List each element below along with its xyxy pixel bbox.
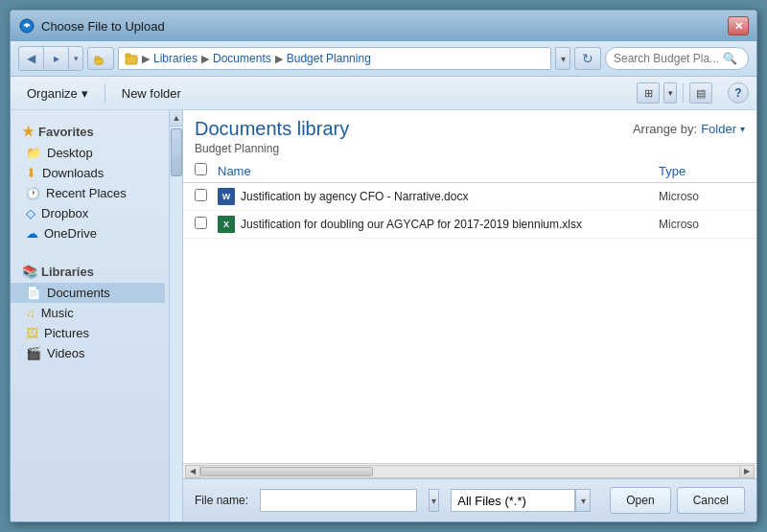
cancel-button[interactable]: Cancel bbox=[677, 487, 745, 514]
arrange-bar: Arrange by: Folder ▾ bbox=[633, 122, 745, 136]
table-row[interactable]: W Justification by agency CFO - Narrativ… bbox=[183, 183, 756, 211]
open-button[interactable]: Open bbox=[610, 487, 670, 514]
filetype-container: All Files (*.*) ▾ bbox=[451, 489, 591, 512]
title-bar-buttons: ✕ bbox=[728, 16, 749, 35]
arrange-label: Arrange by: bbox=[633, 122, 697, 136]
documents-icon: 📄 bbox=[26, 286, 41, 300]
address-dropdown[interactable]: ▾ bbox=[555, 47, 570, 70]
sidebar-item-pictures[interactable]: 🖼 Pictures bbox=[11, 323, 165, 343]
libraries-header: 📚 Libraries bbox=[11, 263, 165, 283]
main-content: ▲ ★ Favorites 📁 Desktop ⬇ Downloads 🕐 bbox=[11, 110, 756, 521]
toolbar-separator2 bbox=[683, 83, 684, 103]
file-header: Documents library Budget Planning Arrang… bbox=[183, 110, 756, 159]
toolbar: Organize ▾ New folder ⊞ ▾ ▤ ? bbox=[11, 77, 756, 110]
scroll-left-arrow[interactable]: ◀ bbox=[185, 465, 200, 478]
file2-name: Justification for doubling our AGYCAP fo… bbox=[241, 218, 659, 231]
libraries-section: 📚 Libraries 📄 Documents ♫ Music 🖼 Pictur… bbox=[11, 259, 182, 367]
path-budget: Budget Planning bbox=[287, 52, 371, 65]
filename-dropdown[interactable]: ▾ bbox=[429, 489, 439, 512]
col-type-header[interactable]: Type bbox=[659, 164, 745, 178]
sidebar-item-documents[interactable]: 📄 Documents bbox=[11, 283, 165, 303]
title-bar: Choose File to Upload ✕ bbox=[11, 11, 756, 41]
refresh-button[interactable]: ↻ bbox=[574, 47, 601, 70]
col-name-header[interactable]: Name bbox=[218, 164, 659, 178]
scroll-right-arrow[interactable]: ▶ bbox=[739, 465, 755, 478]
bottom-bar: File name: ▾ All Files (*.*) ▾ Open Canc… bbox=[183, 478, 756, 521]
scroll-thumb[interactable] bbox=[200, 467, 373, 476]
favorites-star-icon: ★ bbox=[22, 124, 35, 139]
sidebar-item-music[interactable]: ♫ Music bbox=[11, 303, 165, 323]
sidebar-item-videos[interactable]: 🎬 Videos bbox=[11, 343, 165, 363]
address-bar: ◀ ▸ ▾ ▶ Libraries ▶ Documents ▶ Budget P… bbox=[11, 41, 756, 77]
favorites-section: ★ Favorites 📁 Desktop ⬇ Downloads 🕐 Rece… bbox=[11, 118, 182, 247]
dropbox-icon: ◇ bbox=[26, 206, 35, 220]
sidebar-item-recent[interactable]: 🕐 Recent Places bbox=[11, 183, 165, 203]
scroll-up-arrow[interactable]: ▲ bbox=[170, 110, 183, 127]
recent-icon: 🕐 bbox=[26, 187, 40, 200]
up-button[interactable] bbox=[87, 47, 114, 70]
view-button-list[interactable]: ▤ bbox=[689, 82, 712, 104]
path-documents: Documents bbox=[213, 52, 271, 65]
sidebar-item-downloads[interactable]: ⬇ Downloads bbox=[11, 163, 165, 183]
filetype-dropdown[interactable]: ▾ bbox=[575, 489, 591, 512]
back-button[interactable]: ◀ bbox=[19, 47, 44, 70]
arrange-dropdown-icon[interactable]: ▾ bbox=[740, 124, 745, 134]
library-icon: 📚 bbox=[22, 265, 37, 279]
arrange-by-button[interactable]: Folder bbox=[701, 122, 736, 136]
toolbar-right: ⊞ ▾ ▤ ? bbox=[637, 82, 749, 104]
svg-point-1 bbox=[26, 25, 29, 28]
action-buttons: Open Cancel bbox=[610, 487, 745, 514]
sidebar-item-desktop[interactable]: 📁 Desktop bbox=[11, 143, 165, 163]
excel-icon: X bbox=[218, 216, 235, 233]
new-folder-button[interactable]: New folder bbox=[113, 81, 190, 105]
sidebar-item-onedrive[interactable]: ☁ OneDrive bbox=[11, 223, 165, 243]
file-area-wrapper: Documents library Budget Planning Arrang… bbox=[183, 110, 756, 521]
close-button[interactable]: ✕ bbox=[728, 16, 749, 35]
toolbar-separator bbox=[105, 83, 105, 103]
dialog-title: Choose File to Upload bbox=[41, 19, 728, 34]
file1-type: Microso bbox=[659, 190, 745, 203]
desktop-icon: 📁 bbox=[26, 146, 41, 160]
downloads-icon: ⬇ bbox=[26, 166, 36, 180]
filename-label: File name: bbox=[195, 494, 248, 507]
help-button[interactable]: ? bbox=[728, 82, 749, 104]
address-path[interactable]: ▶ Libraries ▶ Documents ▶ Budget Plannin… bbox=[118, 47, 551, 70]
svg-rect-3 bbox=[95, 57, 100, 59]
library-subtitle: Budget Planning bbox=[195, 142, 745, 155]
file-area: Documents library Budget Planning Arrang… bbox=[183, 110, 756, 478]
sidebar-item-dropbox[interactable]: ◇ Dropbox bbox=[11, 203, 165, 223]
file2-checkbox[interactable] bbox=[195, 217, 207, 229]
file-list: W Justification by agency CFO - Narrativ… bbox=[183, 183, 756, 463]
file1-checkbox[interactable] bbox=[195, 189, 207, 201]
nav-dropdown[interactable]: ▾ bbox=[69, 47, 82, 70]
svg-rect-5 bbox=[126, 54, 130, 57]
onedrive-icon: ☁ bbox=[26, 226, 38, 241]
nav-button-group: ◀ ▸ ▾ bbox=[18, 46, 83, 71]
search-box[interactable]: 🔍 bbox=[605, 47, 749, 70]
path-libraries: Libraries bbox=[153, 52, 198, 65]
filetype-select[interactable]: All Files (*.*) bbox=[451, 489, 575, 512]
dialog-icon bbox=[18, 17, 35, 35]
videos-icon: 🎬 bbox=[26, 346, 41, 360]
scroll-thumb[interactable] bbox=[171, 128, 182, 176]
file2-type: Microso bbox=[659, 218, 745, 231]
music-icon: ♫ bbox=[26, 306, 35, 320]
file1-name: Justification by agency CFO - Narrative.… bbox=[241, 190, 659, 203]
view-button-grid[interactable]: ⊞ bbox=[637, 82, 660, 104]
file-table-header: Name Type bbox=[183, 159, 756, 183]
select-all-checkbox[interactable] bbox=[195, 163, 207, 175]
horizontal-scrollbar[interactable]: ◀ ▶ bbox=[183, 463, 756, 478]
pictures-icon: 🖼 bbox=[26, 326, 38, 340]
forward-button[interactable]: ▸ bbox=[44, 47, 69, 70]
filename-input[interactable] bbox=[260, 489, 417, 512]
word-icon: W bbox=[218, 188, 235, 205]
organize-button[interactable]: Organize ▾ bbox=[18, 81, 97, 105]
view-button-dropdown[interactable]: ▾ bbox=[663, 82, 677, 104]
favorites-header: ★ Favorites bbox=[11, 122, 165, 143]
scroll-track[interactable] bbox=[200, 465, 739, 478]
sidebar-scrollbar[interactable]: ▲ bbox=[169, 110, 182, 521]
table-row[interactable]: X Justification for doubling our AGYCAP … bbox=[183, 211, 756, 239]
search-icon: 🔍 bbox=[723, 52, 737, 65]
search-input[interactable] bbox=[614, 52, 719, 65]
sidebar: ▲ ★ Favorites 📁 Desktop ⬇ Downloads 🕐 bbox=[11, 110, 183, 521]
